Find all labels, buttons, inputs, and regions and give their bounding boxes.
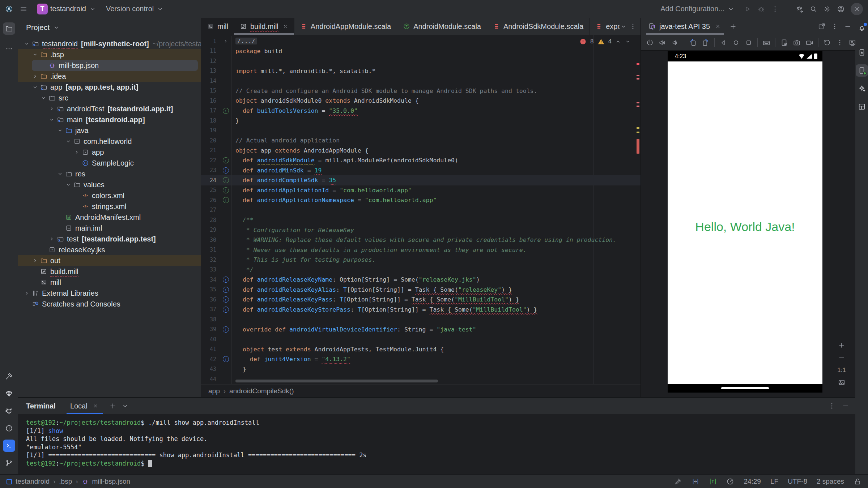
more-vertical-icon[interactable] bbox=[836, 39, 844, 47]
editor-tab-androidsdkmodule-scala[interactable]: AndroidSdkModule.scala bbox=[487, 18, 589, 35]
lock-open-icon[interactable] bbox=[854, 478, 861, 485]
status-crumb[interactable]: mill-bsp.json bbox=[92, 478, 131, 485]
nav-overview-icon[interactable] bbox=[745, 39, 753, 47]
highlighting-level-icon[interactable] bbox=[674, 478, 682, 485]
chevron-down-icon[interactable] bbox=[39, 95, 48, 101]
tab-options-icon[interactable] bbox=[629, 22, 637, 30]
settings-gear-icon[interactable] bbox=[823, 5, 831, 13]
project-tool-button[interactable] bbox=[3, 22, 15, 35]
app-screen[interactable]: Hello, World Java! bbox=[668, 61, 822, 384]
search-everywhere-icon[interactable] bbox=[809, 5, 817, 13]
tree-item-mill-bsp-json[interactable]: {}mill-bsp.json bbox=[18, 60, 201, 71]
overriding-marker-icon[interactable]: ↑ bbox=[220, 307, 231, 313]
rotate-right-icon[interactable] bbox=[702, 39, 710, 47]
snapshot-restore-icon[interactable] bbox=[823, 39, 831, 47]
profile-icon[interactable] bbox=[837, 5, 845, 13]
chevron-right-icon[interactable] bbox=[22, 290, 31, 296]
todo-icon[interactable]: T bbox=[709, 478, 717, 485]
tree-item-samplelogic[interactable]: CSampleLogic bbox=[18, 158, 201, 168]
device-tab[interactable]: java-test API 35 bbox=[646, 18, 724, 35]
hide-panel-icon[interactable] bbox=[844, 22, 852, 30]
tree-item-main[interactable]: main[testandroid.app] bbox=[18, 114, 201, 125]
close-icon[interactable] bbox=[715, 23, 721, 30]
tree-item-main-iml[interactable]: main.iml bbox=[18, 223, 201, 234]
terminal-tool-button[interactable] bbox=[3, 440, 15, 452]
tree-item-mill[interactable]: mill bbox=[18, 277, 201, 288]
problems-tool-button[interactable] bbox=[3, 422, 15, 435]
zoom-in-button[interactable] bbox=[838, 341, 846, 349]
running-devices-button[interactable] bbox=[856, 64, 868, 77]
terminal-options-icon[interactable] bbox=[828, 402, 836, 410]
tree-item-src[interactable]: src bbox=[18, 93, 201, 103]
tree-item-androidtest[interactable]: androidTest[testandroid.app.it] bbox=[18, 103, 201, 114]
overriding-marker-icon[interactable]: ↑ bbox=[220, 277, 231, 283]
overriding-marker-icon[interactable]: ↑ bbox=[220, 326, 231, 333]
chevron-down-icon[interactable] bbox=[22, 40, 31, 47]
more-tool-windows-button[interactable] bbox=[3, 43, 15, 55]
inspections-widget[interactable]: 8 4 bbox=[579, 38, 631, 46]
editor-tab-export[interactable]: export bbox=[589, 18, 620, 35]
chevron-down-icon[interactable] bbox=[56, 127, 64, 134]
ai-assistant-button[interactable] bbox=[856, 82, 868, 95]
editor-tab-build-mill[interactable]: build.mill bbox=[234, 18, 294, 35]
implementing-marker-icon[interactable]: ↑ bbox=[220, 157, 231, 163]
nav-home-icon[interactable] bbox=[732, 39, 740, 47]
run-button[interactable] bbox=[744, 5, 752, 13]
tree-item-app[interactable]: app[app, app.test, app.it] bbox=[18, 82, 201, 93]
editor-tab-androidappmodule-scala[interactable]: AndroidAppModule.scala bbox=[294, 18, 397, 35]
hidden-tabs-icon[interactable] bbox=[620, 22, 627, 30]
close-icon[interactable] bbox=[92, 403, 98, 409]
error-stripe[interactable] bbox=[637, 35, 639, 384]
tree-item-scratches-and-consoles[interactable]: Scratches and Consoles bbox=[18, 299, 201, 309]
tree-item-colors-xml[interactable]: </>colors.xml bbox=[18, 190, 201, 201]
volume-up-icon[interactable] bbox=[659, 39, 667, 47]
emulator-screen[interactable]: 4:23 Hello, World Java! bbox=[668, 51, 822, 393]
attach-debugger-icon[interactable] bbox=[796, 5, 804, 13]
close-icon[interactable] bbox=[282, 23, 288, 29]
version-control-tool-button[interactable] bbox=[3, 457, 15, 469]
overriding-marker-icon[interactable]: ↑ bbox=[220, 296, 231, 303]
line-separator[interactable]: LF bbox=[770, 478, 778, 485]
vcs-widget[interactable]: Version control bbox=[103, 3, 167, 16]
chevron-down-icon[interactable] bbox=[64, 181, 73, 188]
tree-item-res[interactable]: res bbox=[18, 168, 201, 179]
rotate-left-icon[interactable] bbox=[689, 39, 697, 47]
overriding-marker-icon[interactable]: ↑ bbox=[220, 287, 231, 293]
hide-terminal-icon[interactable] bbox=[842, 402, 850, 410]
more-actions-icon[interactable] bbox=[771, 5, 779, 13]
fold-icon[interactable] bbox=[220, 38, 231, 44]
chevron-right-icon[interactable] bbox=[31, 257, 39, 264]
run-configuration-selector[interactable]: Add Configuration... bbox=[658, 3, 738, 16]
implementing-marker-icon[interactable]: ↑ bbox=[220, 177, 231, 183]
editor-tab-androidmodule-scala[interactable]: T AndroidModule.scala bbox=[397, 18, 487, 35]
breadcrumb-item[interactable]: androidCompileSdk() bbox=[229, 387, 294, 395]
implementing-marker-icon[interactable]: ↑ bbox=[220, 187, 231, 193]
tree-item--bsp[interactable]: .bsp bbox=[18, 49, 201, 60]
tree-item-external-libraries[interactable]: External Libraries bbox=[18, 288, 201, 299]
power-icon[interactable] bbox=[646, 39, 654, 47]
tree-item-build-mill[interactable]: build.mill bbox=[18, 266, 201, 277]
horizontal-scrollbar[interactable] bbox=[235, 380, 438, 382]
tree-item-java[interactable]: java bbox=[18, 125, 201, 136]
breadcrumb-item[interactable]: app bbox=[208, 387, 220, 395]
profiler-tool-button[interactable] bbox=[3, 405, 15, 417]
performance-gauge-icon[interactable] bbox=[726, 478, 734, 485]
chevron-down-icon[interactable] bbox=[31, 51, 39, 58]
terminal-output[interactable]: test@192:~/projects/testandroid$ ./mill … bbox=[18, 414, 855, 474]
editor-tab-mill[interactable]: mill bbox=[201, 18, 234, 35]
fit-screen-button[interactable] bbox=[838, 378, 846, 386]
chevron-down-icon[interactable] bbox=[56, 171, 64, 177]
layout-inspector-button[interactable] bbox=[856, 100, 868, 113]
more-options-icon[interactable] bbox=[831, 22, 839, 30]
soft-keyboard-icon[interactable] bbox=[762, 39, 770, 47]
add-device-tab-button[interactable] bbox=[729, 22, 737, 30]
tree-item-testandroid[interactable]: testandroid[mill-synthetic-root]~/projec… bbox=[18, 38, 201, 49]
tree-item-out[interactable]: out bbox=[18, 255, 201, 266]
chevron-right-icon[interactable] bbox=[47, 106, 56, 112]
device-manager-button[interactable] bbox=[856, 46, 868, 59]
file-encoding[interactable]: UTF-8 bbox=[788, 478, 807, 485]
chevron-right-icon[interactable] bbox=[31, 73, 39, 80]
device-settings-icon[interactable] bbox=[780, 39, 788, 47]
column-mode-icon[interactable] bbox=[692, 478, 699, 485]
chevron-right-icon[interactable] bbox=[47, 236, 56, 242]
